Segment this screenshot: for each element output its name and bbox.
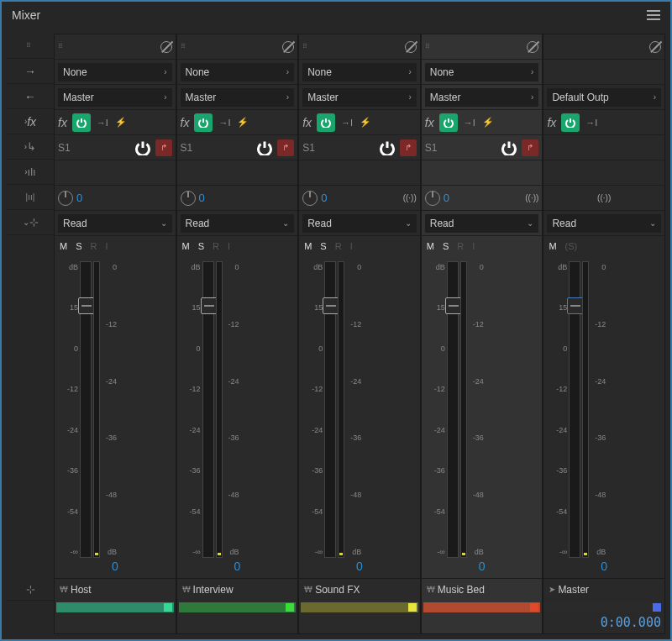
drag-handle-icon[interactable]: ⠿ [58,43,66,51]
panel-menu-icon[interactable] [647,10,660,20]
volume-value[interactable]: 0 [55,560,176,578]
send-pre-post-button[interactable]: ↱ [277,139,294,156]
arm-record-button[interactable]: R [213,241,219,251]
drag-handle-icon[interactable]: ⠿ [425,43,433,51]
solo-button[interactable]: S [76,241,81,251]
phase-invert-icon[interactable] [527,41,538,53]
arm-record-button[interactable]: R [91,241,97,251]
send-pre-post-button[interactable]: ↱ [155,139,172,156]
pan-value[interactable]: 0 [76,192,82,204]
automation-mode-dropdown[interactable]: Read⌄ [58,214,172,233]
automation-mode-dropdown[interactable]: Read⌄ [425,214,539,233]
track-color-bar[interactable] [299,600,420,615]
phase-invert-icon[interactable] [282,41,294,53]
fader-handle[interactable] [445,297,462,314]
pan-value[interactable]: 0 [321,192,327,204]
fx-power-button[interactable] [72,113,91,132]
monitor-input-button[interactable]: I [472,241,475,251]
phase-invert-icon[interactable] [405,41,417,53]
pan-knob[interactable] [425,191,440,206]
automation-mode-dropdown[interactable]: Read⌄ [181,214,295,233]
pan-value[interactable]: 0 [199,192,205,204]
stereo-width-icon[interactable]: ((·)) [597,193,611,202]
input-routing-dropdown[interactable]: None› [302,63,417,81]
fader-track[interactable] [80,261,92,558]
fader-track[interactable] [569,261,580,558]
track-color-bar[interactable] [55,600,176,615]
output-routing-dropdown[interactable]: Master› [58,88,172,107]
fader-track[interactable] [202,261,214,558]
fx-lightning-icon[interactable]: ⚡ [481,116,495,129]
send-pre-post-button[interactable]: ↱ [522,139,538,156]
channel-name[interactable]: Master [558,584,589,596]
solo-button[interactable]: S [320,241,326,251]
automation-row-toggle[interactable]: ⌄⊹ [7,210,54,235]
fx-power-button[interactable] [194,113,213,132]
send-pre-post-button[interactable]: ↱ [400,139,417,156]
monitor-input-button[interactable]: I [105,241,108,251]
fx-lightning-icon[interactable]: ⚡ [114,116,128,129]
fader-track[interactable] [447,261,459,558]
automation-mode-dropdown[interactable]: Read⌄ [547,214,661,233]
track-color-bar[interactable] [422,600,543,615]
fx-presend-icon[interactable]: →I [463,116,476,129]
mute-button[interactable]: M [304,241,312,251]
track-color-bar[interactable] [177,600,298,615]
pan-knob[interactable] [181,191,196,206]
input-routing-dropdown[interactable]: None› [425,63,539,81]
fx-presend-icon[interactable]: →I [340,116,354,129]
phase-invert-icon[interactable] [160,41,172,53]
stereo-width-icon[interactable]: ((·)) [403,193,417,202]
solo-button[interactable]: S [443,241,449,251]
arm-record-button[interactable]: R [457,241,464,251]
eq-slot[interactable] [543,160,664,186]
send-power-button[interactable] [257,140,272,155]
arm-record-button[interactable]: R [335,241,342,251]
fader-track[interactable] [324,261,336,558]
fx-power-button[interactable] [561,113,580,132]
fx-presend-icon[interactable]: →I [96,116,109,129]
drag-handle-icon[interactable]: ⠿ [302,43,311,51]
fx-power-button[interactable] [439,113,458,132]
fx-row-toggle[interactable]: ›fx [7,109,54,134]
fader-handle[interactable] [201,297,218,314]
track-row-icon[interactable]: ⊹ [7,579,54,601]
pan-knob[interactable] [302,191,318,206]
solo-button[interactable]: S [198,241,204,251]
fx-power-button[interactable] [317,113,335,132]
send-power-button[interactable] [135,140,150,155]
fx-lightning-icon[interactable]: ⚡ [359,116,372,129]
pan-value[interactable]: 0 [444,192,449,204]
volume-value[interactable]: 0 [422,560,543,578]
drag-handle-icon[interactable]: ⠿ [181,43,189,51]
monitor-input-button[interactable]: I [228,241,230,251]
fx-presend-icon[interactable]: →I [585,116,598,129]
fx-lightning-icon[interactable]: ⚡ [236,116,249,129]
phase-invert-icon[interactable] [649,41,661,53]
send-power-button[interactable] [380,140,395,155]
send-power-button[interactable] [501,140,517,155]
pan-knob[interactable] [58,191,73,206]
sends-row-toggle[interactable]: ›↳ [7,134,54,160]
track-color-bar[interactable] [543,600,664,615]
volume-value[interactable]: 0 [299,560,420,578]
solo-button[interactable]: (S) [565,241,578,251]
stereo-width-icon[interactable]: ((·)) [525,193,538,202]
visibility-row-icon[interactable]: ⠿ [7,34,54,59]
output-routing-dropdown[interactable]: Master› [181,88,295,107]
automation-mode-dropdown[interactable]: Read⌄ [302,214,417,233]
eq-slot[interactable] [55,160,176,186]
fader-handle[interactable] [78,297,95,314]
output-routing-dropdown[interactable]: Master› [302,88,417,107]
eq-slot[interactable] [177,160,298,186]
output-routing-dropdown[interactable]: Default Outp› [547,88,661,107]
eq-slot[interactable] [299,160,420,186]
fader-handle[interactable] [567,297,584,314]
channel-name[interactable]: Host [71,584,92,596]
volume-value[interactable]: 0 [177,560,298,578]
monitor-input-button[interactable]: I [350,241,353,251]
channel-name[interactable]: Sound FX [315,584,360,596]
mute-button[interactable]: M [60,241,67,251]
channel-name[interactable]: Music Bed [438,584,485,596]
input-routing-dropdown[interactable]: None› [58,63,172,81]
